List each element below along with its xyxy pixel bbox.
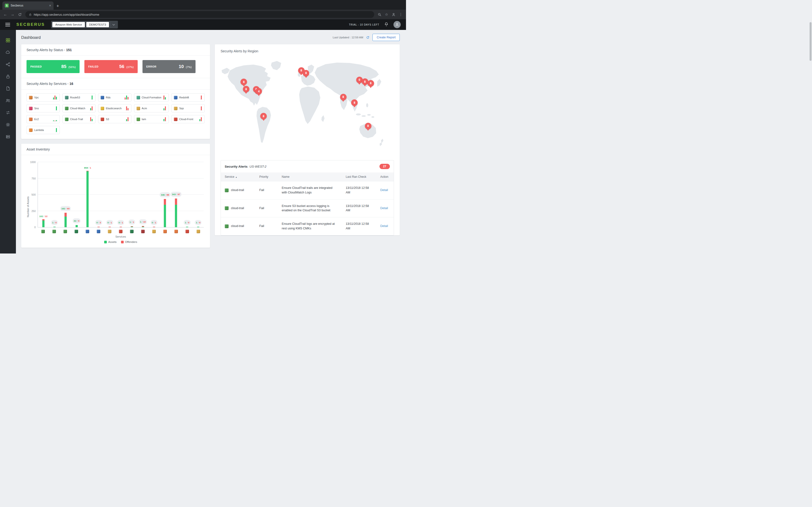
- status-tile-passed[interactable]: PASSED85 (56%): [26, 60, 79, 73]
- forward-icon[interactable]: →: [11, 12, 14, 16]
- user-avatar[interactable]: [393, 21, 401, 28]
- region-pin[interactable]: 8: [303, 70, 309, 78]
- service-chip-elasticsearch[interactable]: Elasticsearch: [98, 104, 131, 112]
- assets-bar: [131, 227, 133, 227]
- service-chip-redshift[interactable]: Redshift: [172, 93, 205, 102]
- service-chip-s3[interactable]: S3: [98, 115, 131, 123]
- service-chip-cloud-front[interactable]: Cloud-Front: [172, 115, 205, 123]
- bar-label: 858 / 1: [84, 166, 91, 169]
- service-chip-label: S3: [106, 118, 124, 121]
- tab-close-icon[interactable]: ×: [49, 4, 51, 7]
- alert-row[interactable]: cloud-trailFailEnsure S3 bucket access l…: [221, 199, 394, 217]
- chevron-down-icon[interactable]: [110, 22, 117, 27]
- url-bar[interactable]: https://app.secberus.com/app/dashboard/h…: [25, 11, 374, 18]
- service-chip-label: Route53: [70, 96, 90, 99]
- browser-menu-icon[interactable]: ⋮: [399, 12, 402, 17]
- assets-bar: [197, 227, 199, 227]
- service-sparkline: [90, 106, 93, 110]
- alert-last-ran: 13/11/2018 12:58 AM: [342, 181, 376, 200]
- sidebar-item-users[interactable]: [3, 96, 13, 106]
- alert-priority: Fail: [255, 199, 278, 217]
- notifications-bell-icon[interactable]: [384, 22, 389, 27]
- account-selector[interactable]: Amazon Web Service DEMOTEST3: [51, 21, 118, 29]
- sidebar-item-transfers[interactable]: [3, 108, 13, 118]
- region-pin[interactable]: 8: [243, 86, 249, 94]
- alert-row[interactable]: cloud-trailFailEnsure CloudTrail trails …: [221, 181, 394, 200]
- iam-service-icon: [136, 117, 140, 121]
- service-sparkline: [91, 95, 93, 100]
- region-pin-count: 8: [340, 94, 347, 100]
- sidebar-item-integrations[interactable]: [3, 59, 13, 69]
- service-chip-lambda[interactable]: Lambda: [26, 126, 60, 134]
- profile-icon[interactable]: [391, 12, 396, 17]
- sidebar-item-settings[interactable]: [3, 120, 13, 130]
- alert-name: Ensure CloudTrail trails are integrated …: [278, 181, 342, 200]
- sidebar-item-dashboard[interactable]: [3, 35, 13, 45]
- cloud-formation-service-icon: [136, 96, 140, 99]
- bar-group: 32 / 0: [71, 162, 82, 227]
- service-chip-label: Sqs: [179, 107, 199, 110]
- bar-stack: [75, 225, 78, 227]
- column-header-priority: Priority: [255, 172, 278, 181]
- region-pin[interactable]: 8: [367, 80, 374, 88]
- alert-name: Ensure CloudTrail logs are encrypted at …: [278, 217, 342, 235]
- sidebar-item-reports[interactable]: [3, 83, 13, 94]
- status-tile-error[interactable]: ERROR10 (7%): [142, 60, 195, 73]
- detail-link[interactable]: Detail: [380, 224, 388, 228]
- back-icon[interactable]: ←: [3, 12, 7, 16]
- service-chip-sqs[interactable]: Sqs: [172, 104, 205, 112]
- status-tile-label: ERROR: [146, 65, 157, 68]
- region-pin[interactable]: 8: [260, 113, 267, 121]
- service-chip-vpc[interactable]: Vpc: [26, 93, 60, 102]
- service-chip-cloud-formation[interactable]: Cloud-Formation: [134, 93, 169, 102]
- alert-priority: Fail: [255, 217, 278, 235]
- service-chip-route53[interactable]: Route53: [62, 93, 96, 102]
- browser-tab[interactable]: S Secberus ×: [2, 1, 54, 10]
- alert-row[interactable]: cloud-trailFailEnsure CloudTrail logs ar…: [221, 217, 394, 235]
- cloud-trail-service-icon: [225, 206, 229, 210]
- region-pin[interactable]: 8: [241, 78, 247, 87]
- service-chip-acm[interactable]: Acm: [134, 104, 169, 112]
- service-chip-label: Acm: [142, 107, 162, 110]
- reload-icon[interactable]: [18, 12, 22, 17]
- bar-group: 102 / 22: [38, 162, 49, 227]
- account-select[interactable]: DEMOTEST3: [86, 22, 109, 27]
- create-report-button[interactable]: Create Report: [373, 34, 400, 41]
- chart-x-icon-key-green: [41, 230, 45, 233]
- status-tile-failed[interactable]: FAILED56 (37%): [84, 60, 137, 73]
- assets-bar: [75, 225, 78, 227]
- region-pin[interactable]: 8: [362, 78, 368, 87]
- bar-stack: [186, 227, 188, 227]
- status-tile-value: 85 (56%): [61, 64, 76, 69]
- service-chip-cloud-trail[interactable]: Cloud-Trail: [62, 115, 96, 123]
- region-pin[interactable]: 8: [351, 99, 358, 107]
- service-chip-rds[interactable]: Rds: [98, 93, 131, 102]
- detail-link[interactable]: Detail: [380, 188, 388, 192]
- refresh-icon[interactable]: [366, 36, 370, 39]
- region-pin[interactable]: 8: [340, 94, 347, 102]
- new-tab-button[interactable]: +: [56, 3, 59, 9]
- service-sparkline: [55, 106, 57, 110]
- app-header: SECBERUS Amazon Web Service DEMOTEST3 TR…: [0, 19, 406, 30]
- sidebar-item-security[interactable]: [3, 71, 13, 81]
- ec2-service-icon: [29, 117, 33, 121]
- hamburger-menu-icon[interactable]: [5, 23, 10, 26]
- security-icon: [6, 74, 10, 79]
- provider-select[interactable]: Amazon Web Service: [52, 22, 85, 27]
- column-header-service[interactable]: Service▲: [221, 172, 255, 181]
- sidebar-item-billing[interactable]: [3, 132, 13, 142]
- service-chip-iam[interactable]: Iam: [134, 115, 169, 123]
- service-chip-cloud-watch[interactable]: Cloud-Watch: [62, 104, 96, 112]
- detail-link[interactable]: Detail: [380, 207, 388, 210]
- service-chip-ec2[interactable]: Ec2: [26, 115, 60, 123]
- sidebar-item-cloud[interactable]: [3, 47, 13, 57]
- region-pin[interactable]: 8: [365, 123, 371, 131]
- assets-bar: [86, 171, 89, 227]
- search-icon[interactable]: [378, 12, 382, 17]
- bar-label: 162 / 60: [60, 206, 71, 211]
- bookmark-star-icon[interactable]: ☆: [385, 12, 388, 17]
- settings-icon: [6, 122, 10, 127]
- region-pin[interactable]: 4: [256, 88, 262, 96]
- trial-status-text: TRIAL - 10 DAYS LEFT: [349, 23, 379, 26]
- service-chip-sns[interactable]: Sns: [26, 104, 60, 112]
